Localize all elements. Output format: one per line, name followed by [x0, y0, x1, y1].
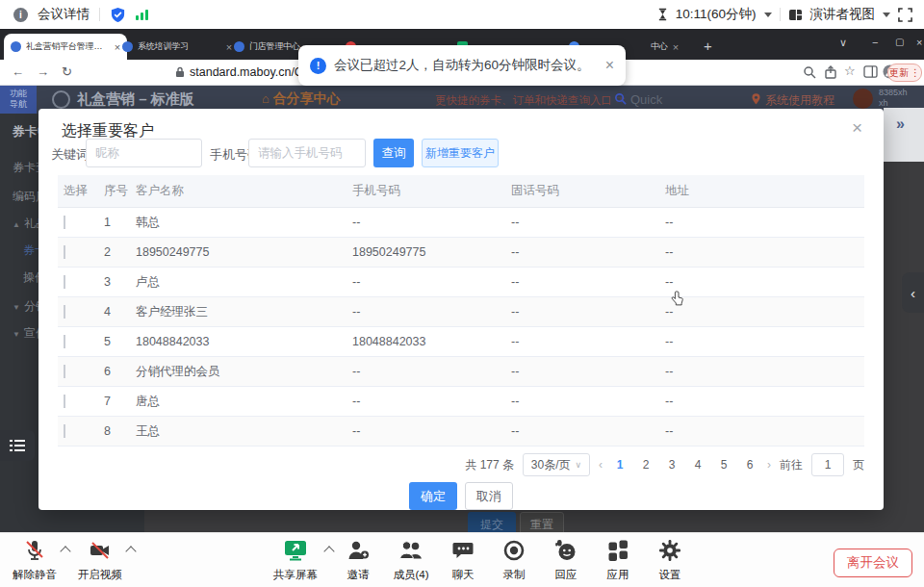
forward-icon[interactable]: →	[37, 64, 49, 79]
members-icon	[398, 539, 424, 562]
quick-search-icon[interactable]	[614, 92, 627, 105]
back-icon[interactable]: ←	[12, 64, 24, 79]
row-checkbox[interactable]	[64, 335, 65, 348]
browser-update-button[interactable]: 更新 ⋮	[887, 64, 922, 82]
row-checkbox[interactable]	[64, 216, 65, 229]
chat-label: 聊天	[436, 568, 490, 582]
browser-tab-2[interactable]: 系统培训学习 ×	[116, 34, 239, 60]
unmute-button[interactable]: 解除静音	[8, 539, 62, 582]
right-side-panel: »	[884, 108, 924, 162]
prev-page-icon[interactable]: ‹	[599, 458, 603, 472]
camera-off-icon	[89, 539, 112, 562]
side-panel-icon[interactable]	[863, 65, 878, 78]
keyword-input[interactable]	[86, 139, 202, 167]
next-page-icon[interactable]: ›	[767, 458, 771, 472]
side-drawer-handle[interactable]: ‹	[902, 272, 924, 313]
expand-arrow-icon: ▼	[13, 303, 20, 312]
record-label: 录制	[487, 568, 541, 582]
lock-icon[interactable]	[175, 66, 185, 78]
row-checkbox[interactable]	[64, 395, 65, 408]
add-customer-button[interactable]: 新增重要客户	[422, 139, 499, 167]
floating-list-button[interactable]	[0, 430, 35, 461]
apps-label: 应用	[591, 568, 645, 582]
confirm-button[interactable]: 确定	[409, 482, 457, 510]
mic-options-chevron[interactable]	[60, 546, 70, 556]
nav-label-2: 导航	[10, 99, 27, 110]
tutorial-link[interactable]: 系统使用教程	[765, 92, 834, 109]
zoom-icon[interactable]	[803, 65, 816, 79]
tab-close-icon[interactable]: ×	[673, 41, 679, 53]
row-checkbox[interactable]	[64, 275, 65, 289]
leave-meeting-button[interactable]: 离开会议	[834, 549, 912, 577]
row-checkbox[interactable]	[64, 424, 65, 438]
header-landline: 固话号码	[505, 183, 659, 199]
tab-search-icon[interactable]: ∨	[839, 37, 847, 49]
goto-page-input[interactable]	[811, 453, 844, 476]
page-number-4[interactable]: 4	[689, 458, 706, 472]
meeting-details-label[interactable]: 会议详情	[38, 6, 90, 23]
row-checkbox[interactable]	[64, 305, 65, 319]
video-options-chevron[interactable]	[125, 546, 136, 556]
page-size-select[interactable]: 30条/页∨	[523, 453, 590, 476]
notification-close-icon[interactable]: ×	[605, 58, 614, 73]
row-checkbox[interactable]	[64, 245, 65, 259]
network-signal-icon[interactable]	[136, 9, 148, 20]
share-screen-label: 共享屏幕	[269, 568, 322, 582]
header-no: 序号	[98, 183, 130, 199]
share-page-icon[interactable]	[824, 65, 837, 79]
members-button[interactable]: 成员(4)	[384, 539, 438, 582]
window-minimize-button[interactable]: −	[872, 37, 878, 48]
apps-grid-icon	[606, 539, 629, 562]
dialog-close-icon[interactable]: ×	[852, 117, 862, 139]
time-dropdown-icon[interactable]	[764, 13, 772, 17]
user-avatar[interactable]	[853, 89, 873, 109]
page-number-3[interactable]: 3	[663, 458, 680, 472]
members-label: 成员(4)	[384, 568, 438, 582]
divider	[99, 8, 100, 21]
page-number-2[interactable]: 2	[637, 458, 654, 472]
view-dropdown-icon[interactable]	[883, 13, 890, 17]
user-name: 8385xh xh	[879, 88, 908, 109]
table-row: 8 王总 -- -- --	[58, 417, 864, 447]
fullscreen-icon[interactable]	[898, 8, 912, 22]
meeting-window: i 会议详情 10:11(60分钟) 演讲者视图	[0, 0, 924, 587]
cancel-button[interactable]: 取消	[465, 482, 513, 510]
table-row: 7 唐总 -- -- --	[58, 387, 864, 417]
browser-menu-icon: ⋮	[911, 67, 920, 78]
phone-input[interactable]	[248, 139, 366, 167]
chat-button[interactable]: 聊天	[436, 539, 490, 582]
mic-muted-icon	[23, 539, 46, 562]
collapse-panel-icon[interactable]: »	[896, 115, 905, 133]
reactions-label: 回应	[539, 568, 593, 582]
row-checkbox[interactable]	[64, 365, 65, 378]
page-number-5[interactable]: 5	[715, 458, 732, 472]
apps-button[interactable]: 应用	[591, 539, 645, 582]
bookmark-star-icon[interactable]: ☆	[844, 64, 856, 78]
share-center-link[interactable]: ⌂ 合分享中心	[262, 90, 340, 108]
update-label: 更新	[889, 66, 909, 80]
invite-button[interactable]: 邀请	[331, 539, 385, 582]
window-restore-button[interactable]: ▢	[895, 37, 904, 47]
nav-toggle-button[interactable]: 功能 导航	[0, 85, 37, 114]
tab-favicon	[234, 41, 244, 52]
unmute-label: 解除静音	[8, 568, 62, 582]
browser-tab-1[interactable]: 礼盒营销平台管理中心 ×	[4, 34, 127, 60]
security-shield-icon[interactable]	[110, 7, 126, 23]
start-video-button[interactable]: 开启视频	[73, 539, 127, 582]
settings-button[interactable]: 设置	[643, 539, 697, 582]
view-mode-label[interactable]: 演讲者视图	[810, 6, 876, 23]
page-number-6[interactable]: 6	[741, 458, 758, 472]
table-row: 3 卢总 -- -- --	[58, 268, 864, 297]
hourglass-icon	[657, 8, 668, 21]
page-number-1[interactable]: 1	[611, 458, 629, 472]
quick-search-placeholder[interactable]: Quick	[630, 92, 662, 107]
search-button[interactable]: 查询	[373, 139, 414, 167]
reload-icon[interactable]: ↻	[62, 64, 72, 79]
page-suffix-label: 页	[853, 457, 864, 473]
record-button[interactable]: 录制	[487, 539, 541, 582]
window-close-button[interactable]: ×	[916, 37, 922, 48]
reactions-button[interactable]: 回应	[539, 539, 593, 582]
new-tab-button[interactable]: +	[704, 38, 712, 54]
meeting-time: 10:11(60分钟)	[676, 6, 757, 23]
share-screen-button[interactable]: 共享屏幕	[269, 539, 322, 582]
